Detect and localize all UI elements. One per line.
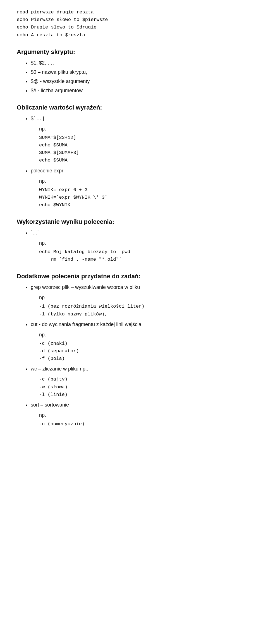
argumenty-list: $1, $2, …, $0 – nazwa pliku skryptu, $@ … — [17, 59, 251, 94]
grep-np-label: np. — [17, 294, 251, 301]
sort-np-text: -n (numerycznie) — [17, 420, 251, 428]
list-item: $1, $2, …, — [31, 59, 251, 67]
section-argumenty-heading: Argumenty skryptu: — [17, 47, 251, 56]
wc-item: wc – zliczanie w pliku np.: — [31, 365, 251, 373]
wykorzystanie-list: `…` — [17, 229, 251, 237]
sort-list: sort – sortowanie — [17, 401, 251, 409]
section-wykorzystanie-heading: Wykorzystanie wyniku polecenia: — [17, 217, 251, 226]
cut-np-text: -c (znaki) -d (separator) -f (pola) — [17, 340, 251, 363]
dodatkowe-list: grep wzorzec plik – wyszukiwanie wzorca … — [17, 284, 251, 291]
sort-item: sort – sortowanie — [31, 401, 251, 409]
section-dodatkowe-heading: Dodatkowe polecenia przydatne do zadań: — [17, 272, 251, 281]
cut-list: cut - do wycinania fragmentu z każdej li… — [17, 321, 251, 328]
list-item-1: $[ … ] — [31, 115, 251, 122]
sort-np-label: np. — [17, 412, 251, 419]
np1-label: np. — [17, 125, 251, 133]
wc-list: wc – zliczanie w pliku np.: — [17, 365, 251, 373]
np-wykorzystanie-code: echo Moj katalog biezacy to `pwd` rm `fi… — [17, 248, 251, 263]
cut-np-label: np. — [17, 331, 251, 339]
intro-code-block: read pierwsze drugie reszta echo Pierwsz… — [17, 8, 251, 39]
grep-item: grep wzorzec plik – wyszukiwanie wzorca … — [31, 284, 251, 291]
cut-item: cut - do wycinania fragmentu z każdej li… — [31, 321, 251, 328]
list-item: $# - liczba argumentów — [31, 87, 251, 94]
list-item-backtick: `…` — [31, 229, 251, 237]
np-wykorzystanie-label: np. — [17, 239, 251, 247]
wc-np-text: -c (bajty) -w (słowa) -l (linie) — [17, 376, 251, 398]
list-item: $0 – nazwa pliku skryptu, — [31, 68, 251, 76]
obliczanie-list: $[ … ] — [17, 115, 251, 122]
grep-np-text: -i (bez rozróżniania wielkości liter) -l… — [17, 303, 251, 318]
np2-label: np. — [17, 177, 251, 185]
list-item-2: polecenie expr — [31, 167, 251, 175]
np2-code: WYNIK=`expr 6 + 3` WYNIK=`expr $WYNIK \*… — [17, 186, 251, 209]
obliczanie-list-2: polecenie expr — [17, 167, 251, 175]
section-obliczanie-heading: Obliczanie wartości wyrażeń: — [17, 103, 251, 112]
list-item: $@ - wszystkie argumenty — [31, 78, 251, 85]
np1-code: SUMA=$[23+12] echo $SUMA SUMA=$[SUMA+3] … — [17, 134, 251, 164]
